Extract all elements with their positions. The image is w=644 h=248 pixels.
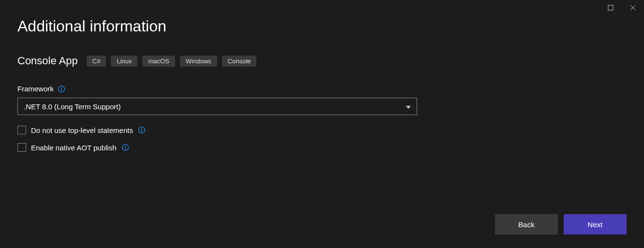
tag-list: C# Linux macOS Windows Console — [87, 56, 257, 67]
close-button[interactable] — [622, 0, 644, 15]
checkbox-top-level-statements[interactable] — [17, 126, 26, 134]
page-title: Additional information — [17, 17, 627, 35]
svg-point-8 — [141, 128, 142, 129]
info-icon[interactable] — [58, 85, 65, 93]
chevron-down-icon — [406, 102, 411, 111]
framework-dropdown[interactable]: .NET 8.0 (Long Term Support) — [17, 98, 417, 115]
maximize-button[interactable] — [599, 0, 622, 15]
svg-marker-6 — [406, 106, 411, 109]
tag-console: Console — [222, 56, 257, 67]
info-icon[interactable] — [121, 144, 129, 151]
framework-selected: .NET 8.0 (Long Term Support) — [24, 102, 120, 111]
svg-point-11 — [125, 146, 126, 146]
svg-rect-0 — [608, 5, 613, 10]
project-type-label: Console App — [17, 55, 78, 67]
checkbox-aot-publish[interactable] — [17, 143, 26, 152]
tag-csharp: C# — [87, 56, 106, 67]
next-button[interactable]: Next — [564, 214, 627, 234]
tag-windows: Windows — [180, 56, 217, 67]
tag-macos: macOS — [142, 56, 175, 67]
tag-linux: Linux — [111, 56, 137, 67]
checkbox-label-aot: Enable native AOT publish — [31, 144, 117, 152]
svg-rect-12 — [125, 147, 125, 149]
info-icon[interactable] — [138, 126, 146, 134]
svg-rect-5 — [61, 88, 61, 90]
checkbox-label-top-level: Do not use top-level statements — [31, 126, 133, 134]
back-button[interactable]: Back — [495, 214, 558, 234]
svg-rect-9 — [141, 130, 142, 132]
svg-point-4 — [61, 87, 62, 88]
framework-label: Framework — [17, 85, 54, 93]
